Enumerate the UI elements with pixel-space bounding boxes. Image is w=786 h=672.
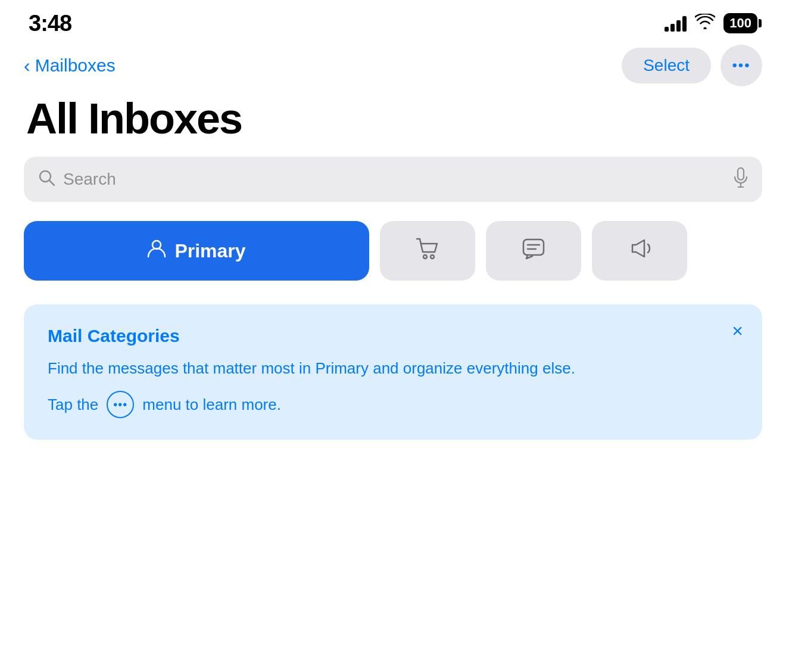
close-icon: × (732, 320, 743, 341)
search-input[interactable] (63, 170, 725, 189)
back-chevron-icon: ‹ (24, 56, 30, 75)
svg-rect-8 (523, 239, 544, 255)
search-icon (38, 169, 55, 190)
cart-icon (416, 237, 439, 266)
chat-icon (522, 237, 545, 266)
svg-line-1 (49, 181, 54, 185)
info-card-body: Find the messages that matter most in Pr… (48, 357, 669, 380)
page-title: All Inboxes (26, 95, 760, 142)
tab-chat-button[interactable] (486, 221, 581, 281)
select-button[interactable]: Select (622, 48, 711, 83)
tab-primary-label: Primary (174, 240, 245, 262)
battery-icon: 100 (723, 13, 757, 33)
svg-point-7 (431, 255, 434, 259)
search-container (0, 157, 786, 202)
menu-circle-icon: ••• (107, 391, 134, 418)
status-icons: 100 (665, 13, 757, 33)
footer-suffix: menu to learn more. (142, 396, 281, 414)
more-button[interactable]: ••• (720, 45, 762, 86)
back-label: Mailboxes (35, 55, 116, 76)
tab-shopping-button[interactable] (380, 221, 475, 281)
status-time: 3:48 (29, 11, 71, 36)
info-card-title: Mail Categories (48, 326, 738, 346)
page-title-section: All Inboxes (0, 89, 786, 157)
search-bar[interactable] (24, 157, 762, 202)
info-card-close-button[interactable]: × (732, 321, 743, 340)
microphone-icon[interactable] (734, 167, 748, 192)
info-card-footer: Tap the ••• menu to learn more. (48, 391, 738, 418)
tab-primary-button[interactable]: Primary (24, 221, 369, 281)
back-button[interactable]: ‹ Mailboxes (24, 53, 116, 78)
nav-actions: Select ••• (622, 45, 762, 86)
wifi-icon (695, 14, 715, 33)
svg-point-6 (423, 255, 427, 259)
svg-rect-2 (738, 168, 744, 180)
tab-promotions-button[interactable] (592, 221, 687, 281)
info-card: × Mail Categories Find the messages that… (24, 304, 762, 440)
signal-icon (665, 15, 687, 32)
more-icon: ••• (732, 57, 750, 74)
megaphone-icon (628, 237, 651, 266)
filter-tabs: Primary (0, 221, 786, 281)
person-icon (147, 239, 166, 263)
status-bar: 3:48 100 (0, 0, 786, 42)
footer-prefix: Tap the (48, 396, 98, 414)
navigation-bar: ‹ Mailboxes Select ••• (0, 42, 786, 89)
